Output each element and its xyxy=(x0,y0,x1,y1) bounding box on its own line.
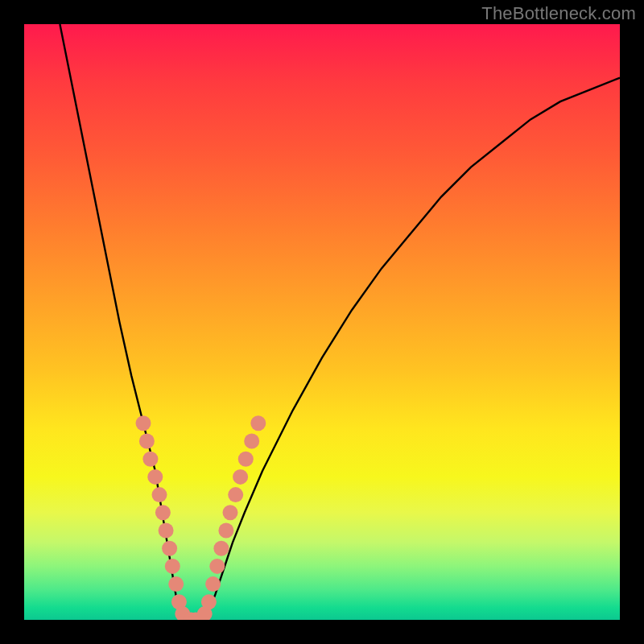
scatter-point xyxy=(139,434,155,449)
scatter-point xyxy=(165,559,180,574)
scatter-points xyxy=(136,415,266,620)
curve-lines xyxy=(60,24,620,620)
scatter-point xyxy=(155,505,171,520)
scatter-point xyxy=(159,523,174,539)
scatter-point xyxy=(238,452,254,467)
scatter-point xyxy=(168,576,184,592)
scatter-point xyxy=(136,415,151,431)
chart-frame: TheBottleneck.com xyxy=(0,0,644,644)
scatter-point xyxy=(162,541,177,556)
scatter-point xyxy=(152,487,167,502)
scatter-point xyxy=(213,541,229,556)
scatter-point xyxy=(147,469,163,485)
right-branch-path xyxy=(203,78,620,620)
scatter-point xyxy=(250,415,266,431)
scatter-point xyxy=(244,434,259,449)
scatter-point xyxy=(201,594,217,609)
scatter-point xyxy=(218,523,233,539)
plot-area xyxy=(24,24,620,620)
watermark-text: TheBottleneck.com xyxy=(481,3,636,24)
chart-svg xyxy=(24,24,620,620)
scatter-point xyxy=(223,505,238,520)
scatter-point xyxy=(209,559,225,574)
scatter-point xyxy=(205,576,221,592)
scatter-point xyxy=(228,487,243,502)
scatter-point xyxy=(233,469,248,485)
scatter-point xyxy=(142,452,158,467)
